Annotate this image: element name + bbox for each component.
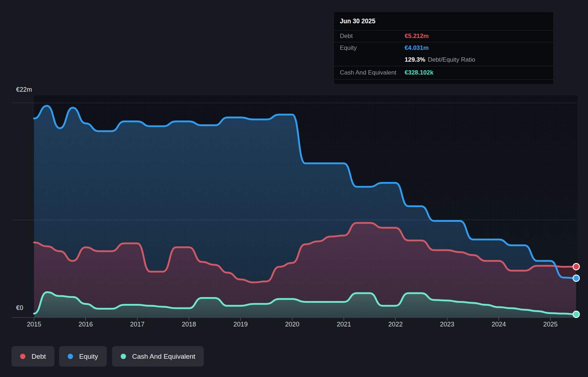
x-axis-label-2023: 2023 xyxy=(431,321,463,328)
legend-item-equity[interactable]: Equity xyxy=(59,346,107,367)
tooltip-debt-value: €5.212m xyxy=(405,33,429,40)
y-axis-label-max: €22m xyxy=(16,86,32,94)
x-axis-label-2024: 2024 xyxy=(483,321,515,328)
x-axis-label-2025: 2025 xyxy=(534,321,567,328)
tooltip-ratio-label: Debt/Equity Ratio xyxy=(428,56,475,63)
tooltip-ratio: 129.3%Debt/Equity Ratio xyxy=(405,56,475,63)
legend-dot-icon xyxy=(68,354,73,359)
legend-label: Debt xyxy=(32,353,46,361)
tooltip-ratio-value: 129.3% xyxy=(405,56,425,63)
balance-sheet-history-page: €22m €0 20152016201720182019202020212022… xyxy=(0,0,588,377)
y-axis-label-zero: €0 xyxy=(16,304,23,312)
x-axis-label-2016: 2016 xyxy=(69,321,102,328)
x-axis-label-2019: 2019 xyxy=(225,321,257,328)
x-axis-label-2018: 2018 xyxy=(173,321,205,328)
legend-dot-icon xyxy=(121,354,126,359)
tooltip-date: Jun 30 2025 xyxy=(334,12,553,30)
x-axis-label-2021: 2021 xyxy=(328,321,360,328)
debt-end-marker[interactable] xyxy=(573,263,579,270)
tooltip-equity-label: Equity xyxy=(340,44,405,52)
x-axis-label-2020: 2020 xyxy=(276,321,308,328)
tooltip-row-ratio: 129.3%Debt/Equity Ratio xyxy=(334,54,553,66)
legend-label: Cash And Equivalent xyxy=(132,353,195,361)
x-axis-label-2015: 2015 xyxy=(18,321,50,328)
chart-tooltip: Jun 30 2025 Debt €5.212m Equity €4.031m … xyxy=(334,12,553,84)
legend-dot-icon xyxy=(20,354,25,359)
tooltip-row-debt: Debt €5.212m xyxy=(334,30,553,42)
equity-end-marker[interactable] xyxy=(573,275,579,281)
cash-end-marker[interactable] xyxy=(573,311,579,318)
tooltip-debt-label: Debt xyxy=(340,33,405,40)
tooltip-equity-value: €4.031m xyxy=(405,44,429,52)
tooltip-row-cash: Cash And Equivalent €328.102k xyxy=(334,66,553,80)
x-axis-label-2017: 2017 xyxy=(121,321,153,328)
tooltip-row-equity: Equity €4.031m xyxy=(334,42,553,54)
x-axis-label-2022: 2022 xyxy=(379,321,411,328)
tooltip-cash-label: Cash And Equivalent xyxy=(340,69,405,76)
legend-item-debt[interactable]: Debt xyxy=(11,346,54,367)
tooltip-cash-value: €328.102k xyxy=(405,69,433,76)
legend-item-cash-and-equivalent[interactable]: Cash And Equivalent xyxy=(112,346,204,367)
legend-label: Equity xyxy=(79,353,98,361)
